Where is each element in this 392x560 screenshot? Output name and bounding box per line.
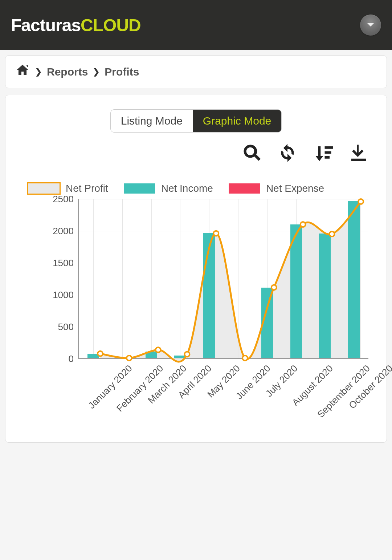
profit-marker[interactable] <box>358 199 363 204</box>
y-axis-tick: 2500 <box>53 194 79 205</box>
mode-toggle: Listing Mode Graphic Mode <box>13 110 379 132</box>
download-icon <box>349 143 368 163</box>
refresh-button[interactable] <box>278 143 297 164</box>
chevron-right-icon: ❯ <box>93 67 99 77</box>
refresh-icon <box>278 143 297 163</box>
profit-marker[interactable] <box>242 356 248 361</box>
y-axis-tick: 0 <box>69 353 79 365</box>
legend-swatch-expense <box>228 182 261 195</box>
sort-icon <box>313 143 333 163</box>
breadcrumb-reports[interactable]: Reports <box>47 66 88 78</box>
plot-area: 05001000150020002500January 2020February… <box>78 199 368 359</box>
profit-marker[interactable] <box>98 351 103 356</box>
y-axis-tick: 2000 <box>53 226 79 237</box>
breadcrumb-profits: Profits <box>105 66 139 78</box>
download-button[interactable] <box>349 143 368 164</box>
home-icon[interactable] <box>15 64 30 80</box>
listing-mode-button[interactable]: Listing Mode <box>111 110 193 132</box>
y-axis-tick: 500 <box>58 321 79 333</box>
y-axis-tick: 1500 <box>53 257 79 269</box>
logo-text-2: CLOUD <box>81 16 141 35</box>
search-button[interactable] <box>242 143 262 164</box>
y-axis-tick: 1000 <box>53 289 79 301</box>
legend-swatch-income <box>123 182 156 195</box>
profit-marker[interactable] <box>301 222 306 227</box>
chart-actions <box>13 143 379 164</box>
profit-marker[interactable] <box>213 231 219 236</box>
chevron-down-icon <box>367 23 374 27</box>
search-icon <box>242 143 262 163</box>
legend-item-expense[interactable]: Net Expense <box>228 182 324 195</box>
legend-item-profit[interactable]: Net Profit <box>27 182 108 195</box>
chevron-right-icon: ❯ <box>35 67 42 77</box>
user-menu-button[interactable] <box>360 15 381 36</box>
chart-area: 05001000150020002500January 2020February… <box>13 199 379 431</box>
profit-marker[interactable] <box>156 347 161 352</box>
logo-text-1: Facturas <box>11 16 81 35</box>
profit-marker[interactable] <box>329 231 334 236</box>
chart-card: Listing Mode Graphic Mode Net Profit <box>5 95 387 443</box>
breadcrumb: ❯ Reports ❯ Profits <box>5 55 387 88</box>
legend-item-income[interactable]: Net Income <box>123 182 213 195</box>
chart-legend: Net Profit Net Income Net Expense <box>13 182 379 195</box>
legend-label-profit: Net Profit <box>66 183 108 194</box>
app-logo: FacturasCLOUD <box>11 15 141 35</box>
profit-marker[interactable] <box>184 352 189 357</box>
graphic-mode-button[interactable]: Graphic Mode <box>193 110 281 132</box>
sort-button[interactable] <box>313 143 333 164</box>
profit-marker[interactable] <box>271 285 277 290</box>
profit-marker[interactable] <box>127 356 132 361</box>
legend-label-income: Net Income <box>161 183 213 194</box>
app-header: FacturasCLOUD <box>0 0 392 50</box>
legend-swatch-profit <box>27 182 61 195</box>
legend-label-expense: Net Expense <box>266 183 324 194</box>
